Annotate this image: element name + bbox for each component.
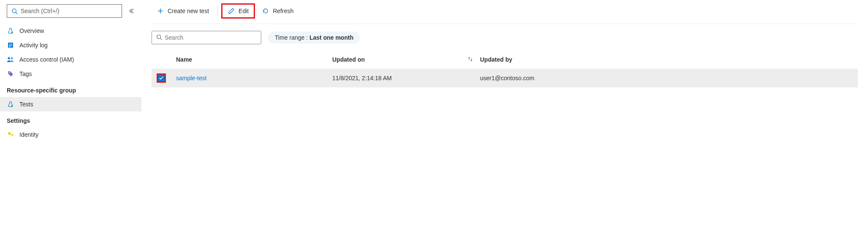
collapse-sidebar-button[interactable] bbox=[126, 6, 136, 16]
column-checkbox bbox=[152, 55, 173, 64]
button-label: Refresh bbox=[273, 8, 293, 14]
tag-icon bbox=[7, 70, 14, 78]
svg-point-9 bbox=[9, 72, 10, 73]
row-name[interactable]: sample-test bbox=[173, 70, 329, 86]
table-row[interactable]: sample-test 11/8/2021, 2:14:18 AM user1@… bbox=[152, 69, 858, 87]
edit-button[interactable]: Edit bbox=[221, 3, 255, 19]
time-range-value: Last one month bbox=[309, 34, 353, 41]
svg-rect-5 bbox=[9, 45, 12, 46]
sidebar-item-activity-log[interactable]: Activity log bbox=[0, 38, 141, 52]
refresh-button[interactable]: Refresh bbox=[257, 5, 298, 17]
sidebar-item-label: Overview bbox=[19, 27, 44, 34]
svg-rect-13 bbox=[12, 135, 13, 136]
sidebar-item-access-control[interactable]: Access control (IAM) bbox=[0, 52, 141, 67]
sidebar-item-label: Activity log bbox=[19, 42, 48, 49]
column-updated-by[interactable]: Updated by bbox=[477, 52, 858, 67]
main-content: Create new test Edit Refresh Time range … bbox=[141, 0, 868, 241]
row-updated-by: user1@contoso.com bbox=[477, 70, 858, 86]
sidebar-item-label: Tags bbox=[19, 70, 32, 77]
tests-table: Name Updated on Updated by sample-test 1… bbox=[152, 50, 858, 87]
sidebar-group-resource-specific: Resource-specific group bbox=[0, 81, 141, 97]
time-range-prefix: Time range : bbox=[275, 34, 309, 41]
svg-point-7 bbox=[8, 57, 10, 60]
row-updated-on: 11/8/2021, 2:14:18 AM bbox=[329, 70, 477, 86]
sidebar-item-label: Identity bbox=[19, 131, 38, 138]
flask-icon bbox=[7, 27, 14, 35]
svg-rect-4 bbox=[9, 44, 12, 44]
flask-icon bbox=[7, 100, 14, 108]
search-icon bbox=[11, 7, 18, 15]
column-name[interactable]: Name bbox=[173, 52, 329, 67]
sidebar-search-input[interactable] bbox=[18, 8, 118, 14]
column-updated-on[interactable]: Updated on bbox=[329, 52, 477, 68]
sidebar: Overview Activity log Access control (IA… bbox=[0, 0, 141, 241]
people-icon bbox=[7, 56, 14, 63]
plus-icon bbox=[157, 7, 164, 15]
svg-rect-12 bbox=[10, 134, 13, 135]
toolbar: Create new test Edit Refresh bbox=[152, 3, 858, 24]
button-label: Create new test bbox=[168, 8, 209, 14]
create-new-test-button[interactable]: Create new test bbox=[152, 5, 214, 17]
svg-line-17 bbox=[160, 38, 162, 40]
sidebar-item-label: Tests bbox=[19, 101, 33, 108]
svg-point-16 bbox=[157, 35, 161, 38]
svg-rect-6 bbox=[9, 46, 11, 47]
search-icon bbox=[156, 34, 162, 41]
button-label: Edit bbox=[239, 8, 249, 14]
svg-point-8 bbox=[11, 57, 13, 60]
svg-line-1 bbox=[16, 12, 17, 14]
table-header: Name Updated on Updated by bbox=[152, 50, 858, 69]
pencil-icon bbox=[228, 7, 235, 15]
sidebar-search-box[interactable] bbox=[7, 4, 122, 18]
filter-row: Time range : Last one month bbox=[152, 31, 858, 44]
row-checkbox-cell bbox=[152, 69, 173, 87]
key-icon bbox=[7, 131, 14, 138]
sidebar-group-settings: Settings bbox=[0, 111, 141, 127]
sidebar-item-overview[interactable]: Overview bbox=[0, 24, 141, 38]
filter-search-box[interactable] bbox=[152, 31, 261, 44]
svg-point-0 bbox=[12, 8, 16, 12]
sidebar-search-row bbox=[0, 4, 141, 24]
time-range-filter[interactable]: Time range : Last one month bbox=[268, 32, 360, 43]
filter-search-input[interactable] bbox=[162, 34, 257, 41]
sidebar-item-label: Access control (IAM) bbox=[19, 56, 74, 63]
sidebar-item-tags[interactable]: Tags bbox=[0, 67, 141, 81]
sort-icon bbox=[467, 56, 473, 63]
svg-point-10 bbox=[11, 105, 13, 107]
svg-point-2 bbox=[11, 32, 13, 33]
sidebar-item-identity[interactable]: Identity bbox=[0, 127, 141, 142]
sidebar-item-tests[interactable]: Tests bbox=[0, 97, 141, 111]
refresh-icon bbox=[262, 7, 269, 15]
toolbar-divider bbox=[217, 6, 218, 16]
row-checkbox[interactable] bbox=[157, 73, 166, 83]
log-icon bbox=[7, 41, 14, 49]
